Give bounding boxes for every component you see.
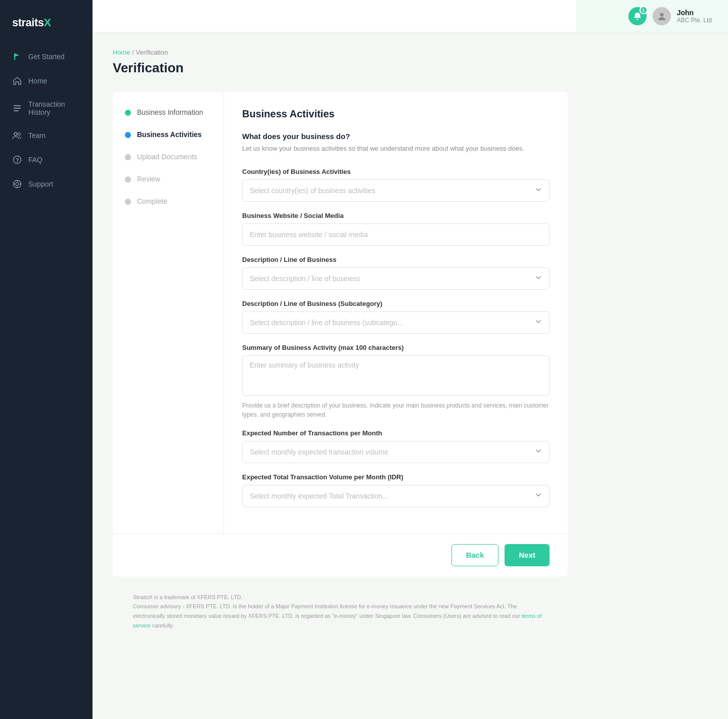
form-section-title: Business Activities bbox=[242, 108, 550, 120]
subcategory-label: Description / Line of Business (Subcateg… bbox=[242, 300, 550, 307]
total-volume-select-wrap: Select monthly expected Total Transactio… bbox=[242, 485, 550, 507]
field-website: Business Website / Social Media bbox=[242, 212, 550, 246]
countries-label: Country(ies) of Business Activities bbox=[242, 168, 550, 175]
step-business-activities: Business Activities bbox=[125, 130, 211, 139]
steps-sidebar: Business Information Business Activities… bbox=[113, 92, 224, 533]
step-dot bbox=[125, 176, 131, 183]
subcategory-select[interactable]: Select description / line of business (s… bbox=[242, 311, 550, 334]
summary-hint: Provide us a brief description of your b… bbox=[242, 401, 550, 419]
breadcrumb-current: Verification bbox=[136, 49, 168, 56]
field-transactions: Expected Number of Transactions per Mont… bbox=[242, 429, 550, 463]
team-icon bbox=[12, 130, 22, 141]
notification-badge: 1 bbox=[640, 6, 648, 14]
avatar bbox=[653, 7, 671, 25]
form-what-title: What does your business do? bbox=[242, 132, 550, 141]
sidebar-item-team[interactable]: Team bbox=[0, 124, 93, 147]
back-button[interactable]: Back bbox=[451, 544, 499, 566]
step-upload-documents: Upload Documents bbox=[125, 153, 211, 161]
transactions-select[interactable]: Select monthly expected transaction volu… bbox=[242, 441, 550, 463]
field-description: Description / Line of Business Select de… bbox=[242, 256, 550, 290]
countries-select[interactable]: Select country(ies) of business activiti… bbox=[242, 179, 550, 202]
page-title: Verification bbox=[113, 60, 708, 76]
history-icon bbox=[12, 103, 22, 113]
step-label: Business Activities bbox=[137, 130, 202, 139]
website-input[interactable] bbox=[242, 223, 550, 246]
summary-label: Summary of Business Activity (max 100 ch… bbox=[242, 344, 550, 351]
header: 1 John ABC Pte. Ltd bbox=[93, 0, 728, 32]
main-content: 1 John ABC Pte. Ltd Home / Verification … bbox=[93, 0, 728, 719]
home-icon bbox=[12, 76, 22, 86]
step-label: Complete bbox=[137, 197, 167, 205]
sidebar-item-transaction-history[interactable]: Transaction History bbox=[0, 94, 93, 122]
card-footer: Back Next bbox=[113, 533, 568, 576]
sidebar-item-label: FAQ bbox=[28, 156, 42, 164]
form-area: Business Activities What does your busin… bbox=[224, 92, 568, 533]
sidebar-item-label: Support bbox=[28, 180, 53, 188]
step-label: Review bbox=[137, 175, 160, 183]
sidebar: straitsX Get Started Home bbox=[0, 0, 93, 719]
footer-line2: Consumer advisory - XFERS PTE. LTD. is t… bbox=[133, 602, 548, 630]
user-company: ABC Pte. Ltd bbox=[677, 17, 712, 24]
user-name: John bbox=[677, 9, 712, 17]
sidebar-item-label: Team bbox=[28, 131, 46, 140]
page-footer: StraitsX is a trademark of XFERS PTE. LT… bbox=[113, 576, 568, 643]
footer-line2-suffix: carefully. bbox=[151, 622, 174, 628]
website-label: Business Website / Social Media bbox=[242, 212, 550, 219]
user-info: John ABC Pte. Ltd bbox=[677, 9, 712, 24]
next-button[interactable]: Next bbox=[505, 544, 550, 566]
step-label: Upload Documents bbox=[137, 153, 197, 161]
field-summary: Summary of Business Activity (max 100 ch… bbox=[242, 344, 550, 419]
transactions-label: Expected Number of Transactions per Mont… bbox=[242, 429, 550, 437]
step-dot bbox=[125, 199, 131, 205]
subcategory-select-wrap: Select description / line of business (s… bbox=[242, 311, 550, 334]
svg-point-15 bbox=[660, 13, 663, 16]
total-volume-label: Expected Total Transaction Volume per Mo… bbox=[242, 473, 550, 481]
card-body: Business Information Business Activities… bbox=[113, 92, 568, 533]
step-dot bbox=[125, 132, 131, 138]
svg-point-14 bbox=[636, 18, 638, 20]
total-volume-select[interactable]: Select monthly expected Total Transactio… bbox=[242, 485, 550, 507]
field-countries: Country(ies) of Business Activities Sele… bbox=[242, 168, 550, 202]
sidebar-item-home[interactable]: Home bbox=[0, 70, 93, 92]
breadcrumb-separator: / bbox=[130, 49, 136, 56]
breadcrumb: Home / Verification bbox=[113, 49, 708, 56]
step-review: Review bbox=[125, 175, 211, 183]
step-label: Business Information bbox=[137, 108, 203, 116]
step-complete: Complete bbox=[125, 197, 211, 205]
verification-card: Business Information Business Activities… bbox=[113, 92, 568, 576]
footer-line1: StraitsX is a trademark of XFERS PTE. LT… bbox=[133, 593, 548, 602]
svg-text:?: ? bbox=[16, 157, 19, 163]
sidebar-item-label: Get Started bbox=[28, 53, 65, 61]
svg-rect-2 bbox=[14, 108, 21, 109]
support-icon bbox=[12, 179, 22, 189]
svg-point-5 bbox=[18, 133, 21, 136]
svg-point-4 bbox=[14, 132, 17, 136]
step-business-information: Business Information bbox=[125, 108, 211, 116]
description-label: Description / Line of Business bbox=[242, 256, 550, 263]
svg-point-9 bbox=[16, 183, 19, 186]
faq-icon: ? bbox=[12, 155, 22, 165]
transactions-select-wrap: Select monthly expected transaction volu… bbox=[242, 441, 550, 463]
sidebar-item-label: Home bbox=[28, 77, 47, 85]
sidebar-item-label: Transaction History bbox=[28, 100, 80, 116]
description-select-wrap: Select description / line of business bbox=[242, 267, 550, 290]
brand-logo: straitsX bbox=[0, 12, 93, 46]
step-dot bbox=[125, 110, 131, 116]
notification-button[interactable]: 1 bbox=[628, 7, 647, 25]
description-select[interactable]: Select description / line of business bbox=[242, 267, 550, 290]
sidebar-item-faq[interactable]: ? FAQ bbox=[0, 149, 93, 171]
breadcrumb-home[interactable]: Home bbox=[113, 49, 130, 56]
header-user: 1 John ABC Pte. Ltd bbox=[628, 7, 712, 25]
svg-rect-3 bbox=[14, 110, 19, 111]
field-subcategory: Description / Line of Business (Subcateg… bbox=[242, 300, 550, 334]
step-dot bbox=[125, 154, 131, 160]
sidebar-item-get-started[interactable]: Get Started bbox=[0, 46, 93, 68]
footer-line2-prefix: Consumer advisory - XFERS PTE. LTD. is t… bbox=[133, 603, 522, 619]
sidebar-item-support[interactable]: Support bbox=[0, 173, 93, 195]
sidebar-nav: Get Started Home Transaction History bbox=[0, 46, 93, 707]
summary-textarea[interactable] bbox=[242, 355, 550, 396]
flag-icon bbox=[12, 52, 22, 62]
form-what-desc: Let us know your business activities so … bbox=[242, 144, 550, 154]
svg-rect-0 bbox=[14, 53, 15, 60]
field-total-volume: Expected Total Transaction Volume per Mo… bbox=[242, 473, 550, 507]
